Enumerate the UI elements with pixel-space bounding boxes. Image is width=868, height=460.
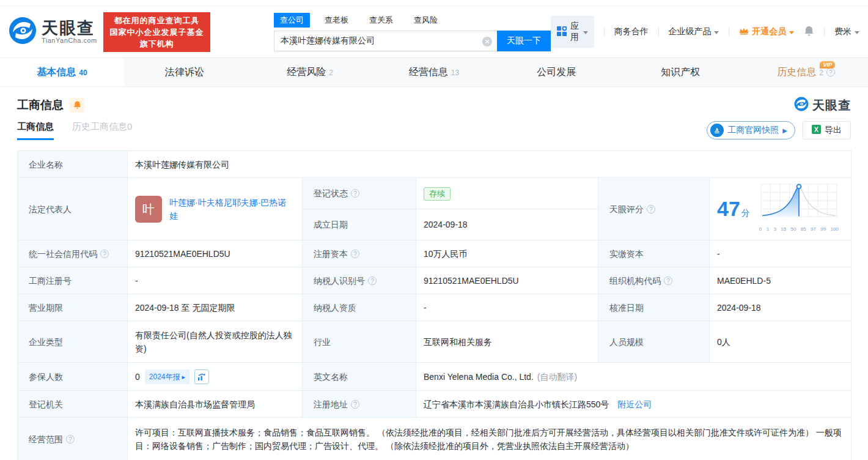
legal-rep-link[interactable]: 叶莲娜·叶夫格尼耶夫娜·巴热诺娃 [169, 196, 295, 223]
notification-bell[interactable] [804, 26, 814, 39]
table-row: 工商注册号 - 纳税人识别号 91210521MAE0EHLD5U 组织机构代码… [18, 267, 851, 294]
industry-label: 行业 [303, 321, 416, 363]
taxpayer-qual-label: 纳税人资质 [303, 294, 416, 321]
search-tab-boss[interactable]: 查老板 [318, 13, 355, 28]
nearby-companies-link[interactable]: 附近公司 [617, 399, 652, 409]
apps-grid-icon [557, 26, 567, 38]
subtab-row: 工商信息 历史工商信息0 工商官网快照 [17, 121, 851, 143]
menu-divider [658, 27, 659, 37]
table-row: 企业类型 有限责任公司(自然人投资或控股的法人独资) 行业 互联网和相关服务 人… [18, 321, 851, 363]
company-name-label: 企业名称 [18, 151, 128, 178]
english-name-label: 英文名称 [303, 363, 416, 391]
subscribe-bell-button[interactable] [70, 98, 84, 113]
help-icon[interactable] [647, 205, 655, 213]
staff-size-label: 人员规模 [598, 321, 710, 363]
business-info-table: 企业名称 本溪叶莲娜传媒有限公司 法定代表人 叶 叶莲娜·叶夫格尼耶夫娜·巴热诺… [17, 150, 851, 460]
menu-enterprise-products[interactable]: 企业级产品 [668, 26, 719, 37]
menu-divider [824, 27, 825, 37]
reg-capital-label: 注册资本 [303, 240, 416, 267]
tianyancha-company-page: 天眼查 TianYanCha.com 都在用的商业查询工具 国家中小企业发展子基… [0, 0, 868, 460]
table-row: 法定代表人 叶 叶莲娜·叶夫格尼耶夫娜·巴热诺娃 登记状态 存续 天眼评分 [18, 178, 851, 209]
help-icon[interactable] [351, 189, 359, 198]
tab-basic-info[interactable]: 基本信息40 [0, 58, 124, 86]
reg-capital-value: 10万人民币 [416, 240, 598, 267]
org-code-label: 组织机构代码 [598, 267, 710, 294]
org-code-value: MAE0EHLD-5 [710, 267, 851, 294]
official-snapshot-button[interactable]: 工商官网快照 [707, 121, 795, 139]
taxpayer-id-value: 91210521MAE0EHLD5U [416, 267, 598, 294]
help-icon[interactable] [664, 276, 672, 285]
status-badge: 存续 [424, 187, 451, 201]
insured-value: 0 [135, 370, 140, 384]
help-icon[interactable] [66, 435, 75, 443]
establish-date-label: 成立日期 [303, 209, 416, 240]
search-tab-relation[interactable]: 查关系 [363, 13, 399, 28]
legal-rep-avatar[interactable]: 叶 [135, 196, 162, 223]
tab-operation-risk[interactable]: 经营风险2 [248, 58, 372, 86]
score-value: 47 [717, 197, 740, 220]
company-type-label: 企业类型 [18, 321, 128, 363]
scope-value: 许可项目：互联网直播技术服务；食品销售；食品互联网销售。 （依法须经批准的项目，… [128, 418, 851, 460]
clear-search-icon[interactable]: ✕ [482, 37, 492, 46]
search-input[interactable] [274, 31, 497, 51]
table-row: 统一社会信用代码 91210521MAE0EHLD5U 注册资本 10万人民币 … [18, 240, 851, 267]
brand-name: 天眼查 [42, 20, 97, 37]
score-chart-ticks: 0131550859799100 [759, 223, 839, 236]
search-submit-button[interactable]: 天眼一下 [497, 31, 551, 51]
search-tab-company[interactable]: 查公司 [274, 13, 310, 28]
crown-icon [739, 27, 749, 37]
approval-date-label: 核准日期 [598, 294, 710, 321]
company-nav-tabs: 基本信息40 法律诉讼 经营风险2 经营信息13 公司发展 知识产权 VIP 历… [0, 58, 868, 87]
menu-open-vip[interactable]: 开通会员 [739, 26, 794, 37]
approval-date-value: 2024-09-18 [710, 294, 851, 321]
tab-legal-litigation[interactable]: 法律诉讼 [124, 58, 248, 86]
help-icon[interactable] [351, 400, 359, 409]
section-title: 工商信息 [17, 97, 64, 113]
table-row: 参保人数 0 2024年报 [18, 363, 851, 391]
apps-menu-button[interactable]: 应用 [551, 16, 594, 48]
term-label: 营业期限 [18, 294, 128, 321]
menu-cooperation[interactable]: 商务合作 [614, 26, 649, 37]
subtab-business-info[interactable]: 工商信息 [17, 121, 54, 140]
search-area: 查公司 查老板 查关系 查风险 ✕ 天眼一下 [274, 13, 551, 51]
help-icon[interactable] [826, 68, 835, 76]
subtab-history-business-info[interactable]: 历史工商信息0 [72, 121, 132, 133]
tab-company-development[interactable]: 公司发展 [496, 58, 620, 86]
section-header: 工商信息 天眼查 [17, 97, 851, 114]
paid-capital-label: 实缴资本 [598, 240, 710, 267]
reg-no-value: - [128, 267, 303, 294]
table-row: 经营范围 许可项目：互联网直播技术服务；食品销售；食品互联网销售。 （依法须经批… [18, 418, 851, 460]
search-tab-risk[interactable]: 查风险 [408, 13, 444, 28]
top-header: 天眼查 TianYanCha.com 都在用的商业查询工具 国家中小企业发展子基… [0, 6, 868, 58]
arrow-right-icon [182, 370, 186, 384]
auto-translate-note: (自动翻译) [537, 372, 577, 382]
reg-status-label: 登记状态 [303, 178, 416, 209]
arrow-right-icon [782, 127, 787, 134]
taxpayer-qual-value: - [416, 294, 598, 321]
help-icon[interactable] [100, 250, 109, 258]
search-box: ✕ [274, 31, 497, 51]
stamp-icon [710, 124, 724, 137]
tab-history-info[interactable]: VIP 历史信息2 [744, 58, 868, 86]
export-button[interactable]: 导出 [803, 121, 851, 139]
menu-divider [604, 27, 605, 37]
user-menu[interactable]: 费米 [834, 26, 859, 37]
tianyancha-logo[interactable]: 天眼查 TianYanCha.com [9, 17, 97, 47]
scope-label: 经营范围 [18, 418, 128, 460]
table-row: 登记机关 本溪满族自治县市场监督管理局 注册地址 辽宁省本溪市本溪满族自治县小市… [18, 391, 851, 418]
tab-intellectual-property[interactable]: 知识产权 [620, 58, 744, 86]
bell-icon [73, 101, 81, 109]
trend-chart-button[interactable] [194, 369, 209, 384]
brand-domain: TianYanCha.com [42, 37, 97, 44]
tab-business-info[interactable]: 经营信息13 [372, 58, 496, 86]
annual-report-badge[interactable]: 2024年报 [145, 369, 189, 384]
help-icon[interactable] [351, 250, 359, 258]
tianyan-score: 47分 [717, 182, 844, 236]
paid-capital-value: - [710, 240, 851, 267]
tianyancha-swirl-icon [9, 17, 37, 47]
brand-slogan: 都在用的商业查询工具 国家中小企业发展子基金旗下机构 [103, 12, 210, 52]
help-icon[interactable] [368, 276, 377, 285]
chevron-down-icon [583, 31, 588, 34]
term-value: 2024-09-18 至 无固定期限 [128, 294, 303, 321]
bell-icon [804, 26, 814, 39]
